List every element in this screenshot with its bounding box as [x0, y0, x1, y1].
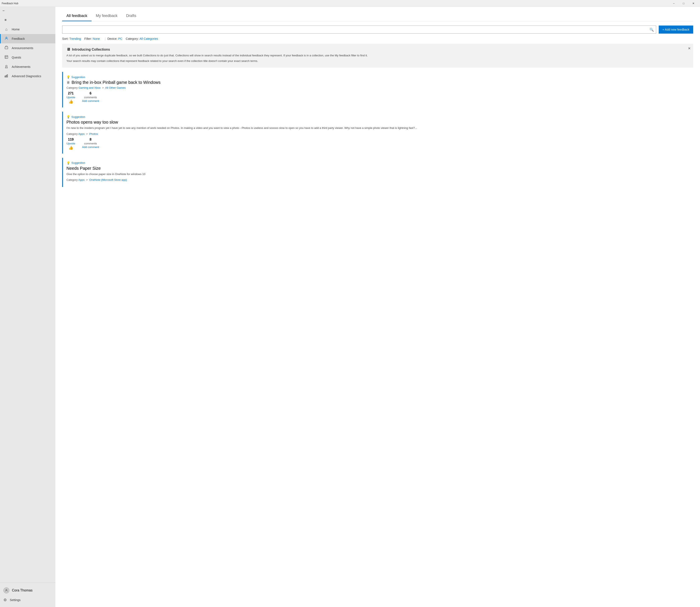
vote-count-2: 119 [68, 138, 74, 142]
category-link1-2[interactable]: Apps [78, 132, 85, 135]
info-banner-para1: A lot of you asked us to merge duplicate… [66, 54, 689, 58]
home-icon: ⌂ [4, 27, 9, 32]
sidebar-item-achievements[interactable]: Achievements [0, 62, 55, 71]
comment-count-2: 8 [89, 138, 92, 142]
search-icon: 🔍 [649, 28, 654, 32]
sort-label: Sort: [62, 37, 68, 40]
info-banner-close-button[interactable]: ✕ [688, 46, 691, 50]
feedback-category-1: Category Gaming and Xbox > All Other Gam… [66, 86, 693, 89]
advanced-diagnostics-icon [4, 74, 9, 79]
sidebar-item-feedback[interactable]: Feedback [0, 34, 55, 43]
sidebar-item-home-label: Home [12, 28, 20, 31]
add-feedback-button[interactable]: + Add new feedback [659, 25, 694, 34]
maximize-button[interactable]: □ [679, 0, 688, 7]
add-comment-2[interactable]: Add comment [82, 145, 99, 149]
sidebar-item-achievements-label: Achievements [12, 65, 31, 68]
collections-icon: 🖥 [66, 47, 70, 52]
comments-label-1: comments [84, 96, 97, 99]
svg-rect-5 [6, 75, 6, 77]
sidebar-bottom: Cora Thomas ⚙ Settings [0, 583, 55, 607]
sidebar-item-announcements[interactable]: Announcements [0, 43, 55, 53]
user-profile[interactable]: Cora Thomas [3, 585, 52, 595]
category-link1-3[interactable]: Apps [78, 178, 85, 182]
close-button[interactable]: ✕ [688, 0, 698, 7]
filter-filter: Filter: None [84, 37, 100, 40]
sidebar-nav: ⌂ Home Feedback Announcements [0, 24, 55, 583]
svg-point-0 [6, 37, 7, 38]
suggestion-icon-3: 💡 [66, 161, 70, 165]
search-bar: 🔍 + Add new feedback [62, 25, 693, 34]
hamburger-button[interactable]: ≡ [2, 16, 9, 24]
feedback-tag-2: 💡 Suggestion [66, 115, 693, 119]
upvote-icon-2[interactable]: 👍 [68, 145, 73, 150]
feedback-title-icon-1: 🖥 [66, 81, 70, 84]
sidebar: ← ≡ ⌂ Home Feedback [0, 7, 55, 607]
category-link2-2[interactable]: Photos [89, 132, 98, 135]
info-banner-title: Introducing Collections [72, 48, 110, 51]
minimize-button[interactable]: – [669, 0, 679, 7]
add-comment-1[interactable]: Add comment [82, 99, 99, 103]
sidebar-item-quests-label: Quests [12, 56, 21, 59]
vote-count-1: 271 [68, 91, 74, 95]
upvote-label-1[interactable]: Upvote [66, 96, 75, 99]
category-filter: Category: All Categories [126, 37, 158, 40]
sidebar-item-announcements-label: Announcements [12, 46, 33, 50]
upvote-label-2[interactable]: Upvote [66, 142, 75, 145]
feedback-item-3: 💡 Suggestion Needs Paper Size Give the o… [62, 158, 693, 187]
sidebar-item-advanced-diagnostics[interactable]: Advanced Diagnostics [0, 71, 55, 81]
tab-all-feedback[interactable]: All feedback [62, 11, 92, 21]
comment-section-2: 8 comments Add comment [82, 138, 99, 149]
suggestion-icon-1: 💡 [66, 75, 70, 79]
feedback-title-1: 🖥 Bring the in-box Pinball game back to … [66, 80, 693, 85]
sidebar-item-quests[interactable]: Quests [0, 53, 55, 62]
svg-point-3 [5, 65, 7, 67]
svg-point-7 [6, 589, 7, 590]
info-banner-header: 🖥 Introducing Collections [66, 47, 689, 52]
feedback-tag-label-2: Suggestion [71, 115, 85, 119]
svg-rect-4 [5, 76, 5, 77]
category-link1-1[interactable]: Gaming and Xbox [78, 86, 100, 89]
settings-item[interactable]: ⚙ Settings [3, 595, 52, 604]
category-link2-3[interactable]: OneNote (Microsoft Store app) [89, 178, 127, 182]
tab-my-feedback[interactable]: My feedback [92, 11, 122, 21]
category-label: Category: [126, 37, 139, 40]
feedback-category-3: Category Apps > OneNote (Microsoft Store… [66, 178, 693, 182]
device-filter: Device: PC [107, 37, 122, 40]
feedback-title-text-1[interactable]: Bring the in-box Pinball game back to Wi… [72, 80, 161, 85]
upvote-icon-1[interactable]: 👍 [68, 99, 73, 104]
search-input[interactable] [64, 28, 649, 31]
vote-section-2: 119 Upvote 👍 [66, 138, 75, 150]
feedback-title-text-3[interactable]: Needs Paper Size [66, 166, 101, 171]
comments-label-2: comments [84, 142, 97, 145]
sort-value[interactable]: Trending [69, 37, 81, 40]
feedback-icon [4, 36, 9, 41]
svg-rect-6 [7, 75, 8, 77]
user-name: Cora Thomas [12, 588, 33, 592]
avatar [3, 587, 9, 593]
info-banner-para2: Your search results may contain collecti… [66, 59, 689, 63]
category-link2-1[interactable]: All Other Games [105, 86, 126, 89]
app-title: Feedback Hub [2, 2, 18, 5]
back-button[interactable]: ← [0, 7, 8, 15]
device-value[interactable]: PC [118, 37, 122, 40]
feedback-body-2: I'm new to the insiders program yet I ha… [66, 126, 693, 130]
filter-value[interactable]: None [93, 37, 100, 40]
filter-label: Filter: [84, 37, 92, 40]
sidebar-item-advanced-diagnostics-label: Advanced Diagnostics [12, 75, 41, 78]
sort-filter: Sort: Trending [62, 37, 81, 40]
achievements-icon [4, 64, 9, 69]
feedback-tag-3: 💡 Suggestion [66, 161, 693, 165]
svg-rect-2 [5, 56, 8, 59]
sidebar-item-home[interactable]: ⌂ Home [0, 25, 55, 34]
filter-row: Sort: Trending Filter: None | Device: PC… [62, 37, 693, 40]
search-input-wrap[interactable]: 🔍 [62, 25, 656, 34]
tab-drafts[interactable]: Drafts [122, 11, 141, 21]
titlebar: Feedback Hub – □ ✕ [0, 0, 700, 7]
info-banner: ✕ 🖥 Introducing Collections A lot of you… [62, 44, 693, 68]
feedback-title-2: Photos opens way too slow [66, 120, 693, 125]
feedback-title-text-2[interactable]: Photos opens way too slow [66, 120, 118, 125]
sidebar-item-feedback-label: Feedback [12, 37, 25, 40]
feedback-tag-label-1: Suggestion [71, 76, 85, 79]
category-value[interactable]: All Categories [139, 37, 158, 40]
svg-rect-1 [5, 47, 8, 49]
